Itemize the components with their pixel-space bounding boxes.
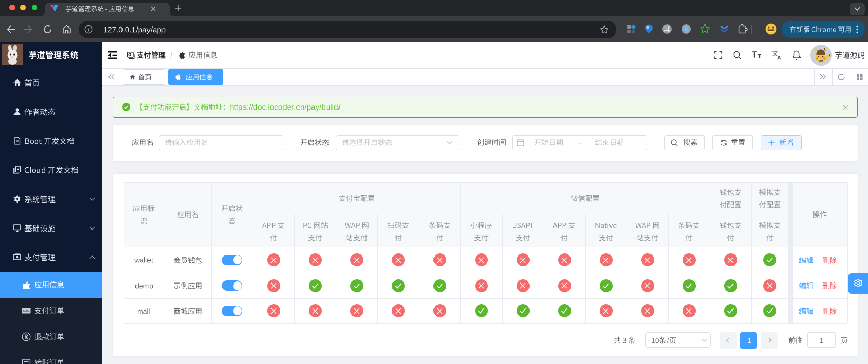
svg-text:PayPal: PayPal (23, 310, 29, 312)
